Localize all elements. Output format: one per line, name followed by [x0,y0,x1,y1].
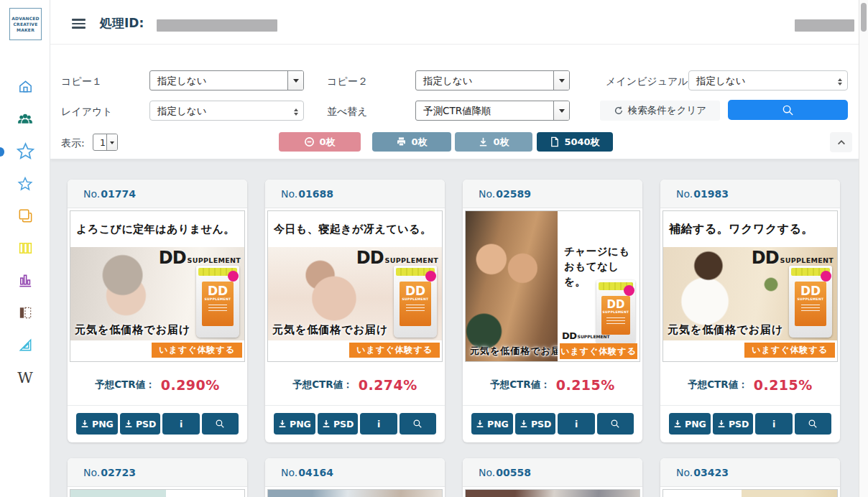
creative-card: No.02589 元気を低価格でお届け チャージにも おもてなしを。 [463,180,642,442]
copy1-select[interactable]: 指定しない [149,70,304,90]
search-button[interactable] [728,100,848,120]
results-grid: No.01774 よろこびに定年はありません。 DDSUPPLEMENT DD … [50,159,859,497]
copy1-value: 指定しない [157,75,206,88]
creative-card: No.02723 [68,458,247,497]
preview-button[interactable] [202,413,239,435]
sidebar-item-layout[interactable] [0,297,50,329]
card-number: No.04164 [265,458,445,487]
preview-button[interactable] [400,413,436,435]
ad-thumbnail[interactable] [267,489,443,497]
total-count-button[interactable]: 5040枚 [537,132,613,152]
ad-headline: 補給する。ワクワクする。 [663,211,837,247]
card-number-value: 02589 [496,188,531,200]
ad-headline: よろこびに定年はありません。 [70,211,244,247]
sidebar-item-users[interactable] [0,103,50,135]
product-package: DD SUPPLEMENT [394,266,437,338]
preview-button[interactable] [795,413,831,435]
ad-overlay-text: 元気を低価格でお届け [470,345,558,358]
sort-label: 並べ替え [327,106,368,119]
download-icon [717,419,726,428]
scrollbar-thumb[interactable] [861,3,867,32]
ctr-label: 予想CTR値： [292,378,353,391]
png-download-button[interactable]: PNG [471,413,513,435]
copy2-select[interactable]: 指定しない [415,70,570,90]
sidebar-item-wiki[interactable]: W [0,361,50,394]
sidebar-item-favorites[interactable] [0,135,50,167]
display-count-select[interactable]: 1 [93,134,118,151]
download-count-label: 0枚 [493,136,509,149]
psd-download-button[interactable]: PSD [713,413,754,435]
collapse-panel-button[interactable] [830,132,852,152]
download-icon [124,419,133,428]
ad-thumbnail[interactable]: 元気を低価格でお届け チャージにも おもてなしを。 DD SUPPL [465,210,640,362]
layout-select[interactable]: 指定しない [149,101,304,121]
creative-card: No.04164 [265,458,445,497]
app-logo[interactable]: ADVANCED CREATIVE MAKER [9,8,42,40]
card-number: No.01688 [265,180,445,208]
creative-card: No.01774 よろこびに定年はありません。 DDSUPPLEMENT DD … [68,180,247,442]
ctr-label: 予想CTR値： [688,378,748,391]
ad-thumbnail[interactable]: 今日も、寝起きが冴えている。 DDSUPPLEMENT DD SUPPLEMEN… [267,210,443,362]
brand-logo: DDSUPPLEMENT [752,250,834,266]
package-label: DD SUPPLEMENT [400,282,431,326]
preview-button[interactable] [597,413,634,435]
star-icon [16,141,35,161]
info-button[interactable]: i [755,413,792,435]
layout-book-icon [17,305,34,321]
layout-value: 指定しない [157,105,206,118]
ad-text-panel: チャージにも おもてなしを。 DD SUPPLEMENT [558,211,640,361]
clear-search-label: 検索条件をクリア [628,104,706,117]
psd-download-button[interactable]: PSD [318,413,359,435]
png-download-button[interactable]: PNG [76,413,118,435]
sort-select[interactable]: 予測CTR値降順 [415,101,570,121]
sidebar-item-home[interactable] [0,70,50,103]
info-button[interactable]: i [162,413,199,435]
process-id-redacted [157,19,277,32]
psd-download-button[interactable]: PSD [120,413,161,435]
info-button[interactable]: i [360,413,397,435]
product-package: DD SUPPLEMENT [789,266,832,338]
ad-thumbnail[interactable]: よろこびに定年はありません。 DDSUPPLEMENT DD SUPPLEMEN… [70,210,245,362]
page-title: 処理ID: [100,15,144,32]
png-download-button[interactable]: PNG [669,413,711,435]
info-button[interactable]: i [558,413,594,435]
ad-thumbnail[interactable] [70,489,245,497]
user-name-redacted [795,19,854,32]
card-number-prefix: No. [479,467,495,478]
total-count-label: 5040枚 [564,136,599,149]
card-number-value: 03423 [693,467,729,478]
ad-cta-button: いますぐ体験する [744,343,835,358]
excluded-count-button[interactable]: 0枚 [279,132,361,152]
sidebar-item-design[interactable] [0,329,50,361]
filter-panel: コピー１ 指定しない コピー２ 指定しない メインビジュアル 指定しない レイア… [50,45,859,159]
ad-cta-button: いますぐ体験する [349,343,440,358]
creative-card: No.03423 [660,458,840,497]
png-download-button[interactable]: PNG [274,413,315,435]
card-number-value: 01774 [101,188,136,200]
sidebar-item-copies[interactable] [0,200,50,232]
download-count-button[interactable]: 0枚 [455,132,532,152]
card-actions: PNG PSD i [265,406,445,442]
sidebar-item-starred[interactable] [0,167,50,200]
clear-search-button[interactable]: 検索条件をクリア [600,101,720,121]
ad-image [70,490,244,497]
vertical-scrollbar[interactable] [859,0,868,497]
main-visual-select[interactable]: 指定しない [688,70,848,90]
ad-thumbnail[interactable] [662,489,838,497]
ad-thumbnail[interactable]: 補給する。ワクワクする。 DDSUPPLEMENT DD SUPPLEMENT … [662,210,838,362]
ad-image: DDSUPPLEMENT DD SUPPLEMENT 元気を低価格でお届け [70,247,244,340]
ad-thumbnail[interactable] [465,489,640,497]
ctr-value: 0.274% [359,377,417,393]
ad-image: 元気を低価格でお届け [466,211,558,361]
logo-text: MAKER [17,27,34,33]
card-number-prefix: No. [281,467,297,478]
psd-download-button[interactable]: PSD [515,413,556,435]
sidebar-item-stats[interactable] [0,264,50,297]
sidebar-item-columns[interactable] [0,232,50,264]
package-badge [425,271,436,282]
top-bar: 処理ID: [50,0,859,45]
print-count-button[interactable]: 0枚 [372,132,451,152]
display-count-value: 1 [100,137,106,148]
hamburger-menu-icon[interactable] [72,19,86,31]
package-badge [228,271,239,282]
